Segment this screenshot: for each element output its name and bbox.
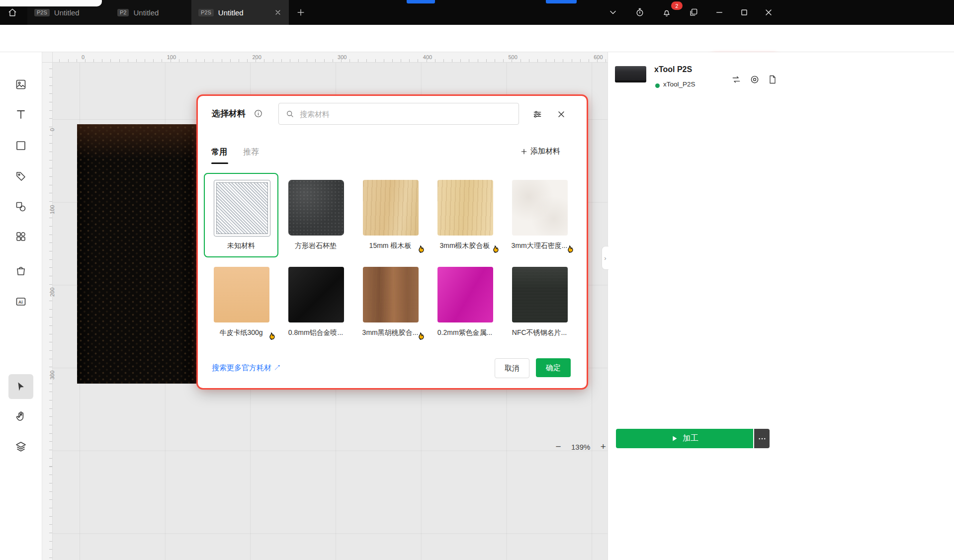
titlebar: P2SUntitledP2UntitledP2SUntitled 2 (0, 0, 954, 25)
process-button[interactable]: 加工 (616, 429, 753, 448)
filter-icon[interactable] (530, 107, 545, 122)
material-card[interactable]: 牛皮卡纸300g (204, 260, 278, 344)
material-card[interactable]: 方形岩石杯垫 (278, 173, 353, 257)
material-name: 3mm椴木胶合板 (431, 241, 499, 250)
process-more-button[interactable] (754, 429, 770, 448)
ruler-label: 100 (49, 205, 55, 214)
ruler-label: 200 (252, 54, 261, 60)
material-card[interactable]: 3mm椴木胶合板 (428, 173, 502, 257)
tab-device-badge: P2 (117, 9, 129, 16)
sidebar-tool-tag[interactable] (8, 164, 33, 189)
dialog-close-icon[interactable] (554, 107, 569, 122)
windows-icon[interactable] (685, 4, 702, 21)
new-tab-button[interactable] (292, 4, 309, 21)
tool-sidebar: Ai (0, 52, 42, 560)
zoom-in-button[interactable]: + (597, 441, 607, 453)
maximize-button[interactable] (736, 4, 753, 21)
hidden-blue-element (546, 0, 577, 3)
more-materials-link[interactable]: 搜索更多官方耗材 ↗ (212, 363, 281, 373)
ruler-horizontal: 0100200300400500600 (42, 52, 607, 63)
ruler-label: 600 (594, 54, 603, 60)
material-search-input[interactable] (299, 109, 512, 119)
notification-badge: 2 (671, 1, 683, 10)
hidden-blue-element (407, 0, 435, 3)
zoom-out-button[interactable]: − (552, 441, 564, 453)
search-icon (285, 109, 294, 118)
material-card[interactable]: 0.8mm铝合金喷... (278, 260, 353, 344)
material-card[interactable]: 3mm黑胡桃胶合... (353, 260, 428, 344)
sidebar-tool-select[interactable] (8, 374, 33, 399)
dialog-tab-recommended[interactable]: 推荐 (243, 147, 259, 158)
device-connection-label: xTool_P2S (663, 80, 695, 88)
zoom-controls: − 139% + (552, 441, 607, 453)
window-tab[interactable]: P2SUntitled (191, 0, 289, 25)
material-swatch (363, 180, 419, 236)
ruler-label: 300 (49, 371, 55, 380)
swap-device-icon[interactable] (729, 72, 744, 87)
monitor-icon[interactable] (747, 72, 762, 87)
info-icon[interactable] (254, 109, 263, 118)
sidebar-tool-elements[interactable] (8, 194, 33, 219)
close-window-button[interactable] (760, 4, 777, 21)
dialog-tab-common[interactable]: 常用 (211, 147, 227, 158)
ruler-label: 300 (338, 54, 347, 60)
cancel-button[interactable]: 取消 (495, 358, 529, 378)
material-card[interactable]: 15mm 椴木板 (353, 173, 428, 257)
add-material-label: 添加材料 (530, 147, 560, 156)
chevron-down-icon[interactable] (605, 4, 621, 21)
material-name: 15mm 椴木板 (356, 241, 425, 250)
material-search-box[interactable] (278, 103, 519, 125)
material-name: 未知材料 (207, 241, 275, 250)
ruler-label: 0 (82, 54, 85, 60)
timer-icon[interactable] (631, 4, 648, 21)
material-name: 3mm黑胡桃胶合... (356, 328, 425, 337)
tab-device-badge: P2S (34, 9, 50, 16)
sidebar-tool-apps[interactable] (8, 224, 33, 249)
material-name: 牛皮卡纸300g (207, 328, 275, 337)
laser-bed-camera-image (77, 124, 197, 384)
home-icon[interactable] (4, 4, 21, 21)
material-dialog: 选择材料 常用推荐 添加材料 未知材料 方形岩石杯垫 15mm 椴木板 3mm椴… (198, 96, 587, 388)
play-icon (671, 435, 678, 442)
material-card[interactable]: 未知材料 (204, 173, 278, 257)
material-card[interactable]: 3mm大理石密度... (502, 173, 577, 257)
sidebar-tool-ai[interactable]: Ai (8, 289, 33, 314)
sidebar-tool-materials[interactable] (8, 258, 33, 283)
ruler-vertical: 0100200300 (42, 52, 53, 560)
material-name: 0.8mm铝合金喷... (281, 328, 350, 337)
tab-close-icon[interactable] (274, 8, 282, 16)
material-swatch (214, 180, 270, 237)
material-grid: 未知材料 方形岩石杯垫 15mm 椴木板 3mm椴木胶合板 3mm大理石密度..… (204, 173, 580, 347)
sidebar-tool-layers[interactable] (8, 434, 33, 459)
material-name: 3mm大理石密度... (505, 241, 574, 250)
sidebar-tool-shape[interactable] (8, 133, 33, 158)
material-swatch (288, 267, 344, 322)
sidebar-tool-image[interactable] (8, 72, 33, 97)
toolbar: 画布2 刀条平面加工 mm 未知材料 (0, 25, 954, 52)
material-name: 方形岩石杯垫 (281, 241, 350, 250)
active-tab-underline (211, 162, 228, 164)
tab-title: Untitled (54, 8, 80, 17)
ruler-label: 100 (167, 54, 176, 60)
material-card[interactable]: 0.2mm紫色金属... (428, 260, 502, 344)
tab-device-badge: P2S (198, 9, 214, 16)
material-swatch (288, 180, 344, 236)
device-panel: › xTool P2S xTool_P2S 加工 (607, 52, 954, 560)
device-name: xTool P2S (654, 65, 692, 74)
confirm-button[interactable]: 确定 (536, 358, 571, 377)
window-tab[interactable]: P2Untitled (110, 0, 191, 25)
ruler-corner (42, 52, 53, 63)
tooltip-fragment (0, 0, 102, 6)
sidebar-tool-text[interactable] (8, 102, 33, 127)
add-material-button[interactable]: 添加材料 (520, 147, 560, 156)
zoom-level[interactable]: 139% (571, 443, 590, 451)
process-button-label: 加工 (683, 433, 698, 444)
sidebar-tool-hand[interactable] (8, 404, 33, 429)
connection-status-dot (655, 83, 660, 88)
material-card[interactable]: NFC不锈钢名片... (502, 260, 577, 344)
ruler-label: 0 (49, 128, 55, 131)
panel-collapse-handle[interactable]: › (602, 246, 608, 270)
minimize-button[interactable] (711, 4, 728, 21)
tab-title: Untitled (133, 8, 159, 17)
device-file-icon[interactable] (765, 72, 780, 87)
